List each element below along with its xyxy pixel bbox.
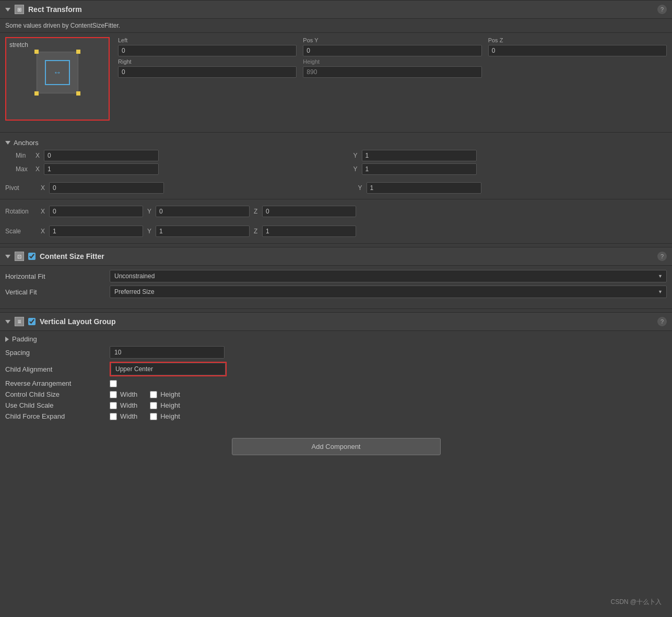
padding-expand-icon[interactable] <box>5 337 9 342</box>
rotation-x-field: X <box>41 206 143 217</box>
expand-width-item: Width <box>110 412 137 420</box>
child-alignment-highlight-box: Upper Left Upper Center Upper Right Midd… <box>110 362 227 376</box>
driven-notice: Some values driven by ContentSizeFitter. <box>0 19 672 33</box>
right-field-group: Right <box>118 58 297 78</box>
child-alignment-label: Child Alignment <box>5 365 110 373</box>
pos-y-label: Pos Y <box>303 37 481 43</box>
y-letter-max: Y <box>353 165 360 173</box>
left-input[interactable] <box>118 45 297 56</box>
vlg-collapse-icon[interactable] <box>5 320 10 324</box>
csf-help-button[interactable]: ? <box>657 252 667 261</box>
padding-label: Padding <box>12 335 116 343</box>
child-alignment-row: Child Alignment Upper Left Upper Center … <box>5 362 667 376</box>
control-child-size-row: Control Child Size Width Height <box>5 390 667 398</box>
control-child-size-label: Control Child Size <box>5 390 110 398</box>
pivot-x-pair: X <box>41 182 350 194</box>
control-width-checkbox[interactable] <box>110 391 117 398</box>
z-letter-rotation: Z <box>254 208 260 215</box>
vlg-body: Padding Spacing Child Alignment Upper Le… <box>0 331 672 428</box>
pos-z-field-group: Pos Z <box>488 37 667 56</box>
pos-y-input[interactable] <box>303 45 481 56</box>
horizontal-fit-label: Horizontal Fit <box>5 272 110 280</box>
expand-height-checkbox[interactable] <box>150 413 157 420</box>
csf-title: Content Size Fitter <box>40 252 104 260</box>
pos-z-label: Pos Z <box>488 37 667 43</box>
scale-z-input[interactable] <box>262 226 356 237</box>
pivot-x-input[interactable] <box>49 182 164 194</box>
anchors-title: Anchors <box>14 139 39 147</box>
spacing-value-wrapper <box>110 346 667 359</box>
left-label: Left <box>118 37 297 43</box>
help-button[interactable]: ? <box>657 5 667 14</box>
csf-enabled-checkbox[interactable] <box>28 253 36 260</box>
vertical-fit-label: Vertical Fit <box>5 288 110 296</box>
collapse-arrow-icon[interactable] <box>5 8 10 11</box>
scale-x-input[interactable] <box>49 226 143 237</box>
use-child-scale-checkboxes: Width Height <box>110 401 180 409</box>
anchor-dot-tr <box>76 50 80 54</box>
x-letter-pivot: X <box>41 184 47 192</box>
anchors-min-x-input[interactable] <box>44 150 159 161</box>
height-label-top: Height <box>303 58 481 65</box>
pivot-y-input[interactable] <box>367 182 481 194</box>
x-letter-min: X <box>36 152 42 159</box>
rotation-x-input[interactable] <box>49 206 143 217</box>
anchors-min-y-input[interactable] <box>362 150 477 161</box>
stretch-arrow-icon: ↔ <box>53 68 62 77</box>
anchors-header: Anchors <box>5 139 667 147</box>
anchors-section: Anchors Min X Y Max X Y <box>0 136 672 180</box>
stretch-inner-box: ↔ <box>45 60 70 85</box>
anchors-collapse-icon[interactable] <box>5 141 10 145</box>
content-size-fitter-header: ⊡ Content Size Fitter ? <box>0 247 672 266</box>
stretch-preview-box[interactable]: stretch ↔ <box>5 37 110 121</box>
pivot-y-pair: Y <box>358 182 667 194</box>
height-input-top[interactable] <box>303 66 481 78</box>
add-component-button[interactable]: Add Component <box>232 438 441 455</box>
rect-transform-header: ⊞ Rect Transform ? <box>0 0 672 19</box>
stretch-visual: ↔ <box>37 52 78 93</box>
rotation-label: Rotation <box>5 208 37 215</box>
vlg-icon: ≡ <box>15 317 24 326</box>
rect-fields: Left Pos Y Pos Z Right Height <box>118 37 667 82</box>
child-force-expand-label: Child Force Expand <box>5 412 110 420</box>
right-input[interactable] <box>118 66 297 78</box>
anchor-dot-br <box>76 91 80 96</box>
rect-transform-icon: ⊞ <box>15 5 24 14</box>
vlg-help-button[interactable]: ? <box>657 317 667 326</box>
vlg-enabled-checkbox[interactable] <box>28 318 36 325</box>
scale-width-checkbox[interactable] <box>110 402 117 409</box>
anchors-min-row: Min X Y <box>5 150 667 161</box>
anchors-max-x-pair: X <box>36 163 349 175</box>
y-letter-scale: Y <box>147 228 154 235</box>
csf-icon: ⊡ <box>15 252 24 261</box>
horizontal-fit-select[interactable]: Unconstrained Min Size Preferred Size <box>110 270 667 282</box>
rect-transform-section: stretch ↔ Left Po <box>0 33 672 129</box>
expand-width-label: Width <box>120 412 137 420</box>
anchors-max-y-input[interactable] <box>362 163 477 175</box>
expand-width-checkbox[interactable] <box>110 413 117 420</box>
child-force-expand-checkboxes: Width Height <box>110 412 180 420</box>
height-field-group-top: Height <box>303 58 481 78</box>
rotation-y-input[interactable] <box>156 206 250 217</box>
x-letter-rotation: X <box>41 208 47 215</box>
scale-height-checkbox[interactable] <box>150 402 157 409</box>
reverse-arrangement-toggle[interactable] <box>110 380 117 387</box>
csf-collapse-icon[interactable] <box>5 255 10 258</box>
rotation-z-input[interactable] <box>262 206 356 217</box>
reverse-arrangement-row: Reverse Arrangement <box>5 379 667 387</box>
anchors-max-x-input[interactable] <box>44 163 159 175</box>
anchors-max-label: Max <box>16 165 31 173</box>
scale-width-item: Width <box>110 401 137 409</box>
empty-field-group <box>488 58 667 78</box>
pos-y-field-group: Pos Y <box>303 37 481 56</box>
control-child-size-checkboxes: Width Height <box>110 390 180 398</box>
vertical-fit-select[interactable]: Unconstrained Min Size Preferred Size <box>110 286 667 298</box>
child-alignment-select[interactable]: Upper Left Upper Center Upper Right Midd… <box>111 363 226 375</box>
child-force-expand-row: Child Force Expand Width Height <box>5 412 667 420</box>
scale-y-input[interactable] <box>156 226 250 237</box>
spacing-input[interactable] <box>110 346 225 359</box>
rotation-y-field: Y <box>147 206 250 217</box>
pos-z-input[interactable] <box>488 45 667 56</box>
left-field-group: Left <box>118 37 297 56</box>
control-height-checkbox[interactable] <box>150 391 157 398</box>
